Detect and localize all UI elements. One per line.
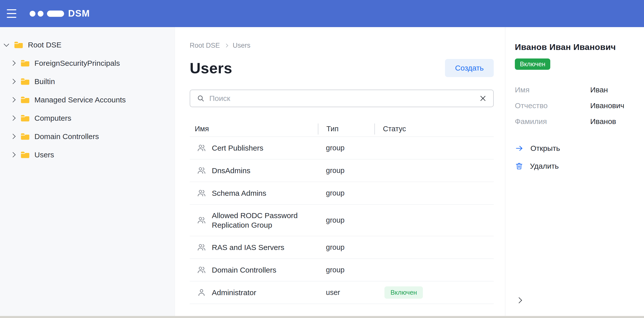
- chevron-right-icon[interactable]: [10, 60, 16, 66]
- delete-action[interactable]: Удалить: [515, 162, 644, 170]
- tree-node-label: Managed Service Accounts: [34, 96, 126, 104]
- field-label: Фамилия: [515, 117, 590, 126]
- tree-node-label: Root DSE: [28, 41, 61, 49]
- object-type: group: [318, 216, 374, 224]
- delete-action-label: Удалить: [530, 162, 559, 170]
- tree-node-foreignsecurityprincipals[interactable]: ForeignSecurityPrincipals: [0, 54, 175, 72]
- tree-node-domain-controllers[interactable]: Domain Controllers: [0, 127, 175, 146]
- object-name: Allowed RODC Password Replication Group: [212, 211, 310, 230]
- field-row: Отчество Иванович: [515, 98, 644, 113]
- tree-node-root-dse[interactable]: Root DSE: [0, 36, 175, 54]
- top-bar: DSM: [0, 0, 644, 27]
- details-panel: Иванов Иван Иванович Включен Имя Иван От…: [505, 27, 644, 316]
- object-type: user: [318, 288, 374, 297]
- app-logo: DSM: [30, 8, 90, 19]
- folder-icon: [20, 114, 30, 122]
- table-row[interactable]: Cert Publishers group: [190, 137, 494, 159]
- taskbar-edge: [0, 316, 644, 318]
- field-label: Отчество: [515, 101, 590, 110]
- clear-search-button[interactable]: [479, 95, 487, 102]
- field-label: Имя: [515, 86, 590, 94]
- group-icon: [197, 216, 206, 225]
- table-header-row: Имя Тип Статус: [190, 121, 494, 137]
- folder-icon: [20, 96, 30, 104]
- chevron-right-icon[interactable]: [10, 134, 16, 139]
- chevron-right-icon[interactable]: [10, 97, 16, 102]
- folder-icon: [14, 41, 23, 49]
- tree-node-label: Domain Controllers: [34, 132, 99, 141]
- open-action[interactable]: Открыть: [515, 144, 644, 153]
- field-value: Иван: [590, 86, 608, 94]
- object-type: group: [318, 266, 374, 274]
- search-icon: [197, 94, 205, 102]
- tree-node-managed-service-accounts[interactable]: Managed Service Accounts: [0, 91, 175, 109]
- user-icon: [197, 288, 206, 297]
- collapse-panel-button[interactable]: [517, 296, 525, 304]
- open-action-label: Открыть: [530, 144, 560, 153]
- objects-table: Имя Тип Статус Cert Publishers group: [190, 121, 494, 304]
- search-input[interactable]: [209, 94, 479, 103]
- table-row[interactable]: Domain Controllers group: [190, 259, 494, 281]
- selected-object-title: Иванов Иван Иванович: [515, 42, 644, 52]
- folder-icon: [20, 133, 30, 141]
- column-header-name: Имя: [190, 123, 318, 135]
- trash-icon: [515, 162, 523, 170]
- tree-node-label: ForeignSecurityPrincipals: [34, 59, 120, 68]
- details-fields: Имя Иван Отчество Иванович Фамилия Ивано…: [515, 82, 644, 129]
- table-row[interactable]: DnsAdmins group: [190, 159, 494, 182]
- field-value: Иванов: [590, 117, 616, 126]
- status-badge: Включен: [515, 58, 550, 70]
- chevron-right-icon: [516, 297, 522, 303]
- object-type: group: [318, 166, 374, 175]
- object-name: DnsAdmins: [212, 166, 250, 175]
- chevron-right-icon[interactable]: [10, 79, 16, 84]
- page-title: Users: [190, 59, 232, 77]
- chevron-right-icon[interactable]: [10, 152, 16, 157]
- object-name: Cert Publishers: [212, 143, 263, 153]
- chevron-right-icon[interactable]: [10, 115, 16, 121]
- breadcrumb-chevron-icon: [224, 44, 228, 48]
- object-type: group: [318, 189, 374, 197]
- tree-node-builtin[interactable]: Builtin: [0, 72, 175, 91]
- create-button[interactable]: Создать: [445, 59, 494, 77]
- logo-pill-icon: [47, 11, 64, 17]
- hamburger-menu-icon[interactable]: [7, 9, 16, 18]
- status-badge: Включен: [384, 286, 423, 299]
- object-name: Administrator: [212, 288, 256, 297]
- group-icon: [197, 243, 206, 252]
- object-name: Domain Controllers: [212, 265, 276, 275]
- main-content: Root DSE Users Users Создать Имя Тип Ста…: [175, 27, 505, 316]
- logo-dot-icon: [38, 11, 43, 17]
- logo-dot-icon: [30, 11, 35, 17]
- group-icon: [197, 166, 206, 175]
- breadcrumb: Root DSE Users: [190, 42, 494, 49]
- group-icon: [197, 143, 206, 153]
- tree-node-label: Users: [34, 151, 54, 159]
- breadcrumb-current: Users: [233, 42, 251, 49]
- object-type: group: [318, 243, 374, 251]
- field-row: Фамилия Иванов: [515, 113, 644, 129]
- folder-icon: [20, 78, 30, 86]
- table-row[interactable]: RAS and IAS Servers group: [190, 236, 494, 259]
- tree-node-users[interactable]: Users: [0, 146, 175, 164]
- object-name: RAS and IAS Servers: [212, 243, 284, 252]
- table-row[interactable]: Administrator user Включен: [190, 281, 494, 304]
- group-icon: [197, 265, 206, 275]
- folder-icon: [20, 151, 30, 159]
- directory-tree-sidebar: Root DSE ForeignSecurityPrincipals Built…: [0, 27, 175, 316]
- tree-node-computers[interactable]: Computers: [0, 109, 175, 127]
- search-box[interactable]: [190, 90, 494, 107]
- brand-name: DSM: [68, 8, 90, 19]
- object-type: group: [318, 144, 374, 152]
- field-row: Имя Иван: [515, 82, 644, 98]
- column-header-status: Статус: [374, 123, 494, 135]
- breadcrumb-parent[interactable]: Root DSE: [190, 42, 220, 49]
- arrow-right-icon: [515, 144, 524, 153]
- group-icon: [197, 188, 206, 198]
- tree-node-label: Computers: [34, 114, 71, 122]
- folder-icon: [20, 59, 30, 67]
- table-row[interactable]: Allowed RODC Password Replication Group …: [190, 205, 494, 236]
- chevron-down-icon[interactable]: [4, 41, 9, 47]
- close-icon: [479, 95, 487, 102]
- table-row[interactable]: Schema Admins group: [190, 182, 494, 205]
